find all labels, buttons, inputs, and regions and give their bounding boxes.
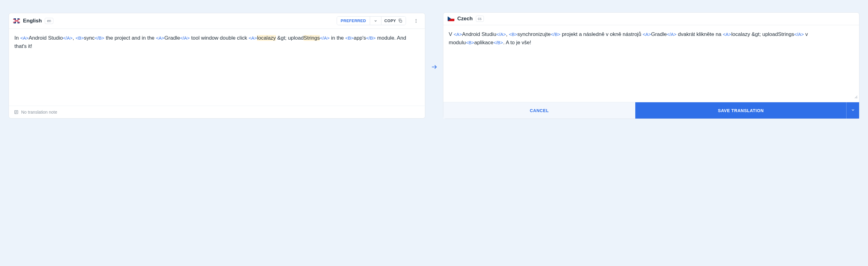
svg-line-11 bbox=[857, 98, 857, 98]
target-header: Czech cs bbox=[443, 12, 860, 25]
translation-editor: English en PREFERRED COPY bbox=[8, 12, 860, 119]
svg-line-9 bbox=[855, 96, 857, 98]
svg-point-3 bbox=[415, 22, 416, 22]
source-header-controls: PREFERRED COPY bbox=[337, 16, 406, 25]
svg-point-2 bbox=[415, 20, 416, 21]
cancel-button[interactable]: CANCEL bbox=[443, 102, 636, 118]
svg-rect-0 bbox=[400, 20, 402, 22]
flag-cz-icon bbox=[447, 16, 455, 21]
flag-uk-icon bbox=[13, 19, 20, 23]
translation-note-placeholder: No translation note bbox=[21, 110, 57, 114]
source-language-code: en bbox=[45, 18, 53, 24]
svg-point-1 bbox=[415, 19, 416, 20]
source-language-name: English bbox=[23, 18, 42, 24]
target-pane: Czech cs V <A>Android Studiu</A>, <B>syn… bbox=[443, 12, 860, 119]
save-translation-button[interactable]: SAVE TRANSLATION bbox=[635, 102, 846, 118]
kebab-menu-icon bbox=[413, 19, 418, 23]
preferred-label: PREFERRED bbox=[341, 19, 366, 23]
svg-line-10 bbox=[856, 97, 857, 98]
source-pane: English en PREFERRED COPY bbox=[8, 13, 425, 118]
target-language-code: cs bbox=[476, 16, 484, 22]
target-text-input[interactable]: V <A>Android Studiu</A>, <B>synchronizuj… bbox=[443, 25, 860, 102]
copy-label: COPY bbox=[384, 19, 396, 23]
source-text: In <A>Android Studio</A>, <B>sync</B> th… bbox=[9, 29, 425, 106]
chevron-down-icon bbox=[374, 19, 377, 23]
source-header: English en PREFERRED COPY bbox=[9, 13, 425, 29]
source-more-menu-button[interactable] bbox=[411, 16, 421, 26]
target-action-row: CANCEL SAVE TRANSLATION bbox=[443, 102, 860, 118]
resize-handle-icon bbox=[854, 94, 858, 101]
copy-button[interactable]: COPY bbox=[381, 17, 406, 25]
note-icon bbox=[14, 110, 19, 114]
direction-arrow bbox=[431, 61, 437, 70]
translation-note-row[interactable]: No translation note bbox=[9, 106, 425, 118]
save-dropdown-button[interactable] bbox=[846, 102, 859, 118]
preferred-dropdown-button[interactable] bbox=[370, 17, 381, 25]
chevron-down-icon bbox=[851, 108, 855, 113]
copy-icon bbox=[398, 19, 403, 23]
target-language-name: Czech bbox=[458, 16, 473, 22]
arrow-right-icon bbox=[431, 63, 437, 70]
preferred-button[interactable]: PREFERRED bbox=[337, 17, 370, 25]
